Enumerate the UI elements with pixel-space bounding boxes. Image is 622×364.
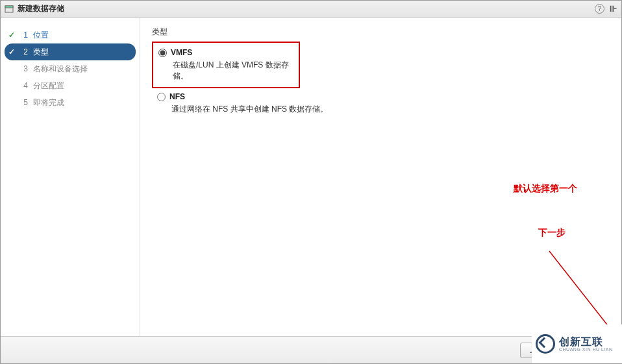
annotation-default-first: 默认选择第一个 [514,183,577,195]
svg-line-2 [549,251,621,342]
wizard-content: 类型 VMFS 在磁盘/LUN 上创建 VMFS 数据存储。 NFS 通过网络在… [140,18,621,336]
wizard-footer: 上一步 下一步 [1,336,621,363]
radio-nfs-desc: 通过网络在 NFS 共享中创建 NFS 数据存储。 [171,104,610,115]
radio-nfs-input[interactable] [157,93,166,101]
window-icon [5,5,14,14]
annotation-frame: VMFS 在磁盘/LUN 上创建 VMFS 数据存储。 [152,42,300,88]
step-label: 位置 [33,30,49,41]
radio-nfs-label: NFS [169,92,185,101]
help-icon[interactable]: ? [595,4,604,14]
radio-option-vmfs[interactable]: VMFS [158,48,292,57]
wizard-step-type[interactable]: ✓ 2 类型 [5,43,136,60]
svg-rect-1 [5,6,13,8]
expand-icon[interactable]: ⊪ [608,5,617,14]
wizard-sidebar: ✓ 1 位置 ✓ 2 类型 3 名称和设备选择 4 分区配置 5 [1,18,140,336]
titlebar: 新建数据存储 ? ⊪ [1,1,621,18]
wizard-step-name-device: 3 名称和设备选择 [1,60,140,77]
wizard-step-location[interactable]: ✓ 1 位置 [1,27,140,43]
dialog-title: 新建数据存储 [18,3,64,14]
step-label: 名称和设备选择 [33,64,88,75]
radio-vmfs-desc: 在磁盘/LUN 上创建 VMFS 数据存储。 [173,60,292,82]
check-icon: ✓ [7,47,16,56]
check-icon: ✓ [7,30,16,40]
radio-vmfs-label: VMFS [171,48,192,57]
section-label: 类型 [152,27,610,38]
step-label: 即将完成 [33,97,64,108]
step-label: 分区配置 [33,80,64,91]
radio-vmfs-input[interactable] [158,49,167,57]
annotation-next-step: 下一步 [538,227,566,239]
step-label: 类型 [33,47,49,58]
radio-option-nfs[interactable]: NFS [157,92,610,101]
wizard-step-partition: 4 分区配置 [1,77,140,94]
wizard-step-finish: 5 即将完成 [1,94,140,111]
annotation-arrow-icon [530,245,622,355]
